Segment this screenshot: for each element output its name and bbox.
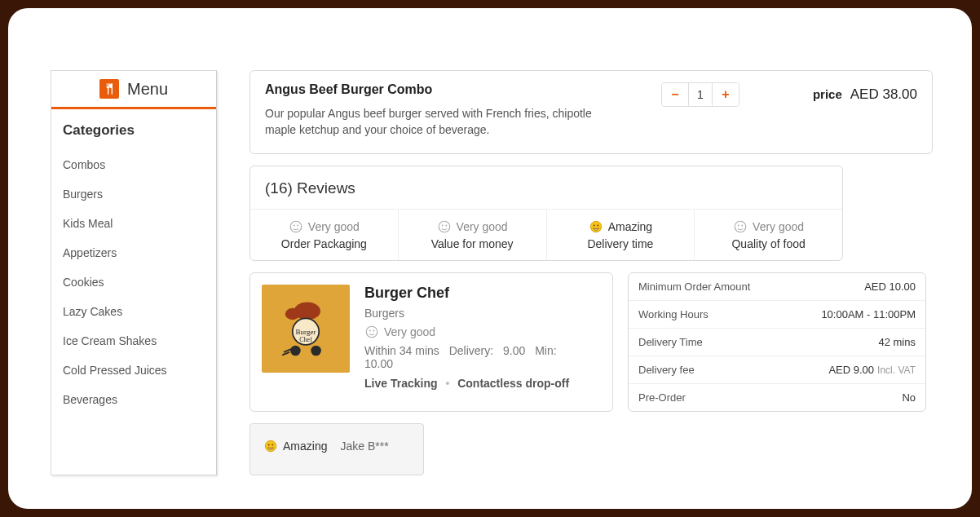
details-row: Minimum Order Amount AED 10.00 — [629, 273, 925, 301]
detail-value: No — [902, 391, 916, 404]
detail-label: Pre-Order — [638, 391, 686, 404]
category-item[interactable]: Lazy Cakes — [63, 297, 205, 326]
details-card: Minimum Order Amount AED 10.00 Working H… — [628, 272, 926, 412]
review-columns: Very good Order Packaging Very good Valu… — [250, 209, 842, 260]
restaurant-logo: Burger Chef — [262, 285, 350, 373]
decrement-button[interactable]: − — [662, 83, 688, 106]
tag-live-tracking: Live Tracking — [364, 377, 437, 390]
detail-value: 42 mins — [878, 336, 916, 348]
category-item[interactable]: Ice Cream Shakes — [63, 326, 205, 356]
smiley-icon — [364, 325, 379, 339]
price-label: price — [813, 87, 842, 101]
detail-value: 10:00AM - 11:00PM — [821, 308, 916, 320]
restaurant-meta: Within 34 mins Delivery: 9.00 Min: 10.00 — [364, 344, 601, 370]
svg-point-21 — [373, 329, 374, 331]
category-item[interactable]: Cookies — [63, 267, 205, 297]
svg-point-3 — [439, 221, 450, 232]
svg-point-0 — [290, 221, 302, 232]
user-review-card: Amazing Jake B*** — [249, 423, 424, 475]
svg-point-23 — [268, 444, 270, 445]
min-order-label: Min: — [535, 344, 556, 357]
rating-text: Amazing — [608, 220, 652, 233]
detail-label: Working Hours — [638, 308, 709, 320]
smiley-icon — [437, 219, 452, 234]
product-title: Angus Beef Burger Combo — [265, 82, 607, 97]
details-row: Delivery fee AED 9.00Incl. VAT — [629, 356, 925, 384]
app-window: Menu Categories Combos Burgers Kids Meal… — [8, 8, 972, 509]
menu-title: Menu — [127, 80, 168, 99]
restaurant-type: Burgers — [364, 307, 601, 320]
svg-point-19 — [366, 326, 377, 338]
svg-text:Burger: Burger — [296, 328, 316, 336]
category-item[interactable]: Combos — [63, 150, 205, 179]
category-item[interactable]: Cold Pressed Juices — [63, 356, 205, 385]
category-item[interactable]: Appetizers — [63, 238, 205, 267]
category-item[interactable]: Beverages — [63, 385, 205, 414]
svg-point-5 — [445, 224, 447, 226]
reviews-title: (16) Reviews — [250, 166, 842, 209]
svg-text:Chef: Chef — [299, 336, 312, 343]
details-row: Working Hours 10:00AM - 11:00PM — [629, 301, 925, 329]
reviews-card: (16) Reviews Very good Order Packaging V… — [249, 166, 843, 261]
main-content: Angus Beef Burger Combo Our popular Angu… — [249, 70, 933, 475]
utensils-icon — [99, 79, 119, 99]
review-metric: Value for money — [399, 237, 546, 250]
detail-value: AED 9.00Incl. VAT — [828, 364, 916, 376]
restaurant-name: Burger Chef — [364, 285, 601, 302]
product-card: Angus Beef Burger Combo Our popular Angu… — [249, 70, 933, 154]
quantity-stepper: − 1 + — [661, 82, 739, 107]
restaurant-rating: Very good — [384, 325, 435, 338]
svg-point-24 — [271, 444, 273, 445]
svg-point-1 — [294, 224, 295, 226]
product-description: Our popular Angus beef burger served wit… — [265, 105, 607, 139]
detail-value: AED 10.00 — [864, 281, 916, 293]
svg-point-9 — [735, 221, 746, 232]
info-row: Burger Chef Burger Chef Burgers — [249, 272, 933, 412]
increment-button[interactable]: + — [713, 83, 739, 106]
categories-heading: Categories — [63, 122, 205, 139]
review-metric: Quality of food — [695, 237, 842, 250]
smiley-icon — [733, 219, 748, 234]
restaurant-card[interactable]: Burger Chef Burger Chef Burgers — [249, 272, 613, 412]
quantity-value: 1 — [688, 83, 713, 106]
tag-contactless: Contactless drop-off — [457, 377, 569, 390]
review-metric: Delivery time — [547, 237, 695, 250]
reviewer-name: Jake B*** — [340, 440, 388, 453]
restaurant-tags: Live Tracking • Contactless drop-off — [364, 377, 601, 390]
categories-section: Categories Combos Burgers Kids Meal Appe… — [51, 109, 216, 429]
svg-point-10 — [738, 224, 739, 226]
smiley-amazing-icon — [589, 219, 603, 234]
svg-point-20 — [369, 329, 371, 331]
menu-header: Menu — [51, 71, 216, 109]
svg-point-11 — [741, 224, 743, 226]
svg-point-7 — [593, 224, 594, 226]
review-column: Very good Order Packaging — [250, 210, 399, 260]
svg-point-18 — [311, 345, 321, 356]
detail-label: Delivery Time — [638, 336, 703, 348]
category-item[interactable]: Burgers — [63, 179, 205, 209]
svg-point-2 — [297, 224, 298, 226]
category-item[interactable]: Kids Meal — [63, 209, 205, 238]
review-column: Very good Quality of food — [695, 210, 842, 260]
content-area: Menu Categories Combos Burgers Kids Meal… — [8, 8, 972, 508]
smiley-amazing-icon — [263, 439, 278, 453]
min-order-value: 10.00 — [364, 357, 393, 370]
price-block: price AED 38.00 — [813, 86, 917, 103]
svg-point-17 — [290, 345, 301, 356]
details-row: Delivery Time 42 mins — [629, 329, 925, 356]
svg-point-22 — [265, 440, 276, 452]
sidebar-menu: Menu Categories Combos Burgers Kids Meal… — [51, 70, 217, 475]
price-value: AED 38.00 — [850, 86, 917, 103]
svg-point-8 — [597, 224, 598, 226]
detail-label: Delivery fee — [638, 364, 695, 376]
delivery-fee-value: 9.00 — [503, 344, 525, 357]
detail-label: Minimum Order Amount — [638, 281, 750, 293]
user-review-rating: Amazing — [283, 440, 327, 453]
smiley-icon — [289, 219, 303, 234]
svg-point-4 — [441, 224, 443, 226]
review-column: Amazing Delivery time — [547, 210, 695, 260]
svg-point-13 — [285, 307, 300, 319]
rating-text: Very good — [753, 220, 804, 233]
review-column: Very good Value for money — [399, 210, 547, 260]
review-metric: Order Packaging — [250, 237, 398, 250]
